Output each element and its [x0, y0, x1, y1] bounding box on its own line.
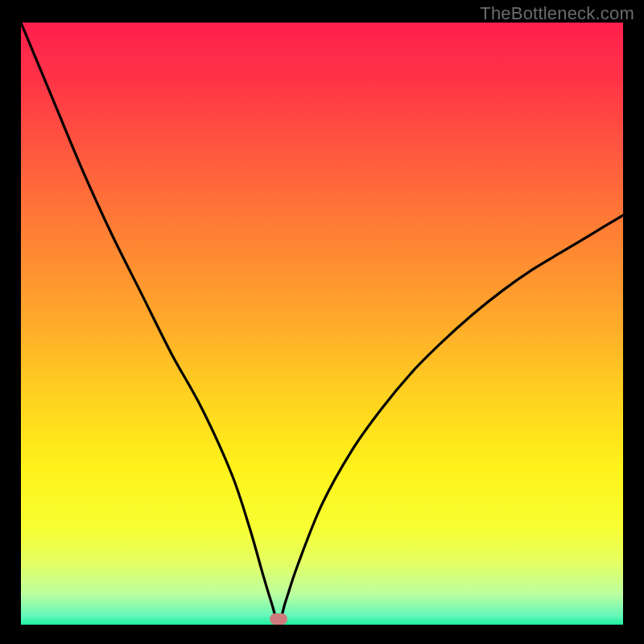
- chart-frame: TheBottleneck.com: [0, 0, 644, 644]
- bottleneck-curve: [21, 23, 623, 621]
- plot-area: [21, 23, 623, 625]
- watermark-text: TheBottleneck.com: [480, 3, 634, 24]
- optimum-marker: [270, 613, 287, 625]
- curve-layer: [21, 23, 623, 625]
